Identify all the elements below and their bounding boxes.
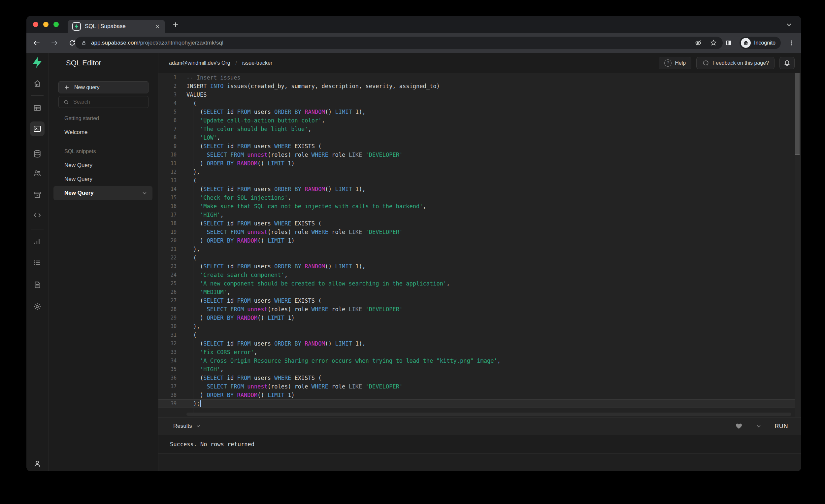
sidebar-item-auth-users[interactable] [33,169,42,177]
browser-menu-icon[interactable] [786,37,797,49]
text-cursor [200,401,201,407]
results-dropdown[interactable]: Results [173,423,201,429]
back-button[interactable] [31,37,42,49]
sidebar-item-logs[interactable] [33,259,42,267]
code-line[interactable]: 13 ( [158,176,801,185]
code-line[interactable]: 11 ) ORDER BY RANDOM() LIMIT 1) [158,159,801,168]
address-bar[interactable]: app.supabase.com/project/azahtnhqohyjerz… [75,37,723,49]
code-line[interactable]: 21 ), [158,245,801,254]
code-line[interactable]: 27 (SELECT id FROM users WHERE EXISTS ( [158,296,801,305]
search-box[interactable] [58,96,149,108]
code-line[interactable]: 28 SELECT FROM unnest(roles) role WHERE … [158,305,801,313]
browser-tab[interactable]: SQL | Supabase [68,20,165,33]
account-icon[interactable] [33,459,42,468]
tab-search-chevron-icon[interactable] [785,21,793,28]
search-input[interactable] [73,99,136,105]
code-line[interactable]: 5 (SELECT id FROM users ORDER BY RANDOM(… [158,107,801,116]
code-line[interactable]: 23 (SELECT id FROM users ORDER BY RANDOM… [158,262,801,271]
code-line[interactable]: 9 (SELECT id FROM users WHERE EXISTS ( [158,142,801,150]
code-line[interactable]: 10 SELECT FROM unnest(roles) role WHERE … [158,150,801,159]
code-line[interactable]: 17 'HIGH', [158,211,801,219]
line-number: 20 [158,236,182,245]
tab-close-icon[interactable] [154,23,160,29]
code-line[interactable]: 18 (SELECT id FROM users WHERE EXISTS ( [158,219,801,228]
code-line[interactable]: 25 'A new component should be created to… [158,279,801,288]
incognito-badge[interactable]: Incognito [740,37,781,49]
code-line[interactable]: 29 ) ORDER BY RANDOM() LIMIT 1) [158,313,801,322]
code-line[interactable]: 36 (SELECT id FROM users WHERE EXISTS ( [158,374,801,382]
forward-button[interactable] [49,37,60,49]
code-line[interactable]: 12 ), [158,168,801,176]
notifications-button[interactable] [779,57,795,69]
sidebar-item-reports[interactable] [33,237,42,246]
code-line[interactable]: 15 'Check for SQL injections', [158,194,801,202]
eye-off-icon[interactable] [694,39,702,47]
sidebar-item-table-editor[interactable] [33,103,42,112]
close-window-button[interactable] [33,22,38,27]
horizontal-scrollbar[interactable] [186,413,791,416]
breadcrumb-org[interactable]: adam@windmill.dev's Org [169,60,230,66]
sidebar-item-new-query[interactable]: New Query [49,172,158,186]
code-line[interactable]: 19 SELECT FROM unnest(roles) role WHERE … [158,228,801,236]
code-line[interactable]: 7 'The color should be light blue', [158,125,801,133]
run-button[interactable]: RUN [774,423,788,430]
vertical-scrollbar[interactable] [795,73,800,417]
code-line[interactable]: 31 ( [158,331,801,339]
line-number: 34 [158,356,182,365]
run-options-chevron-icon[interactable] [755,423,762,429]
sidebar-item-sql-editor-active[interactable] [30,122,45,136]
code-line[interactable]: 4 ( [158,99,801,107]
favorite-heart-icon[interactable] [735,422,743,430]
code-line[interactable]: 35 'HIGH', [158,365,801,374]
code-line[interactable]: 34 'A Cross Origin Resource Sharing erro… [158,356,801,365]
line-number: 38 [158,391,182,400]
feedback-button[interactable]: Feedback on this page? [696,57,774,69]
new-query-button[interactable]: New query [58,81,149,93]
sidebar-item-edge-functions[interactable] [33,211,42,219]
sidebar-item-settings[interactable] [33,302,42,311]
sidebar-item-home[interactable] [33,79,42,88]
desktop-background: SQL | Supabase [0,0,825,504]
breadcrumb-project[interactable]: issue-tracker [242,60,273,66]
tab-title: SQL | Supabase [85,23,126,30]
supabase-logo-icon[interactable] [31,57,43,68]
side-panel-icon[interactable] [723,37,734,49]
code-line[interactable]: 14 (SELECT id FROM users ORDER BY RANDOM… [158,185,801,194]
code-line[interactable]: 3VALUES [158,90,801,99]
code-editor[interactable]: 1-- Insert issues2INSERT INTO issues(cre… [158,73,801,417]
sidebar-item-docs[interactable] [33,281,42,289]
code-line[interactable]: 8 'LOW', [158,133,801,142]
code-line[interactable]: 16 'Make sure that SQL can not be inject… [158,202,801,211]
sidebar-item-new-query[interactable]: New Query [54,186,152,200]
bookmark-star-icon[interactable] [709,39,718,47]
scrollbar-thumb[interactable] [795,73,800,155]
zoom-window-button[interactable] [54,22,59,27]
sql-editor-panel: SQL Editor New query Getting startedWelc… [49,53,158,471]
code-line[interactable]: 37 SELECT FROM unnest(roles) role WHERE … [158,382,801,391]
code-line[interactable]: 6 'Update call-to-action button color', [158,116,801,125]
code-line[interactable]: 26 'MEDIUM', [158,288,801,296]
line-number: 39 [158,400,182,408]
line-number: 17 [158,211,182,219]
code-line[interactable]: 32 (SELECT id FROM users ORDER BY RANDOM… [158,339,801,348]
line-number: 15 [158,194,182,202]
code-line[interactable]: 20 ) ORDER BY RANDOM() LIMIT 1) [158,236,801,245]
sidebar-item-storage[interactable] [33,191,42,199]
code-line[interactable]: 1-- Insert issues [158,73,801,82]
code-line[interactable]: 2INSERT INTO issues(created_by, summary,… [158,82,801,90]
code-line[interactable]: 38 ) ORDER BY RANDOM() LIMIT 1) [158,391,801,400]
code-line[interactable]: 33 'Fix CORS error', [158,348,801,356]
sidebar-item-database[interactable] [33,149,42,158]
sidebar-item-new-query[interactable]: New Query [49,158,158,172]
main-content: adam@windmill.dev's Org / issue-tracker … [158,53,801,471]
code-line[interactable]: 39 ); [158,400,801,408]
code-line[interactable]: 24 'Create search component', [158,271,801,279]
help-button[interactable]: ? Help [659,57,691,69]
minimize-window-button[interactable] [43,22,49,27]
line-number: 18 [158,219,182,228]
code-line[interactable]: 30 ), [158,322,801,331]
new-tab-button[interactable] [172,21,179,29]
tab-strip: SQL | Supabase [26,16,801,33]
sidebar-item-welcome[interactable]: Welcome [49,126,158,139]
code-line[interactable]: 22 ( [158,254,801,262]
